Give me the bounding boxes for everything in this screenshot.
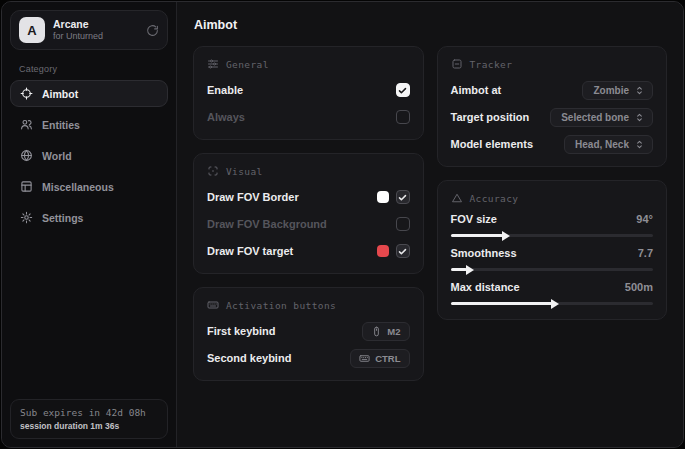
focus-icon — [207, 165, 219, 177]
setting-label: Target position — [451, 111, 530, 123]
card-title: Tracker — [470, 59, 513, 70]
sidebar-item-miscellaneous[interactable]: Miscellaneous — [10, 173, 168, 200]
sidebar-item-label: Aimbot — [42, 88, 78, 100]
setting-label: Second keybind — [207, 352, 291, 364]
fov-target-checkbox[interactable] — [396, 244, 410, 258]
target-position-select[interactable]: Selected bone — [550, 108, 653, 127]
grid-icon — [20, 180, 33, 193]
always-checkbox[interactable] — [396, 110, 410, 124]
main-content: Aimbot General Enable — [177, 2, 683, 447]
setting-label: Model elements — [451, 138, 534, 150]
sidebar-item-label: Entities — [42, 119, 80, 131]
users-icon — [20, 118, 33, 131]
page-title: Aimbot — [194, 18, 667, 32]
setting-label: Max distance — [451, 281, 520, 293]
sidebar-nav: Aimbot Entities World Miscellaneous — [10, 80, 168, 231]
card-title: General — [226, 59, 269, 70]
slider-fill — [451, 268, 467, 271]
card-title: Visual — [226, 166, 263, 177]
slider-row-smoothness: Smoothness 7.7 — [451, 247, 654, 271]
refresh-icon[interactable] — [146, 24, 159, 37]
gear-icon — [20, 211, 33, 224]
sub-expiry-text: Sub expires in 42d 08h — [20, 407, 158, 418]
slider-fill — [451, 302, 552, 305]
brand-logo: A — [19, 17, 45, 43]
check-icon — [398, 86, 407, 95]
brand-card: A Arcane for Unturned — [10, 10, 168, 50]
check-icon — [398, 247, 407, 256]
keybind-value: CTRL — [375, 353, 400, 364]
unfold-icon — [634, 85, 645, 96]
sidebar-item-settings[interactable]: Settings — [10, 204, 168, 231]
subscription-info: Sub expires in 42d 08h session duration … — [10, 399, 168, 439]
sidebar-item-aimbot[interactable]: Aimbot — [10, 80, 168, 107]
color-swatch[interactable] — [377, 191, 389, 203]
slider-row-max-distance: Max distance 500m — [451, 281, 654, 305]
category-label: Category — [19, 64, 168, 74]
setting-row-fov-border: Draw FOV Border — [207, 186, 410, 208]
globe-icon — [20, 149, 33, 162]
card-title: Accuracy — [470, 193, 519, 204]
first-keybind-button[interactable]: M2 — [362, 322, 409, 341]
fov-border-checkbox[interactable] — [396, 190, 410, 204]
tracker-row-aimbot-at: Aimbot at Zombie — [451, 79, 654, 101]
check-icon — [398, 193, 407, 202]
session-duration-text: session duration 1m 36s — [20, 421, 158, 431]
setting-row-always: Always — [207, 106, 410, 128]
brand-subtitle: for Unturned — [53, 31, 138, 42]
setting-label: Smoothness — [451, 247, 517, 259]
keybind-row-first: First keybind M2 — [207, 320, 410, 342]
setting-label: Aimbot at — [451, 84, 502, 96]
sidebar-item-label: Miscellaneous — [42, 181, 114, 193]
slider-value: 500m — [625, 281, 653, 293]
sidebar-item-label: Settings — [42, 212, 83, 224]
max-distance-slider[interactable] — [451, 302, 654, 305]
model-elements-select[interactable]: Head, Neck — [564, 135, 653, 154]
setting-row-fov-target: Draw FOV target — [207, 240, 410, 262]
setting-label: First keybind — [207, 325, 275, 337]
brand-title: Arcane — [53, 18, 138, 31]
app-window: A Arcane for Unturned Category Aimbot — [1, 1, 684, 448]
smoothness-slider[interactable] — [451, 268, 654, 271]
select-value: Zombie — [593, 85, 629, 96]
tracker-card: Tracker Aimbot at Zombie Target position… — [437, 46, 668, 167]
aimbot-at-select[interactable]: Zombie — [582, 81, 653, 100]
fov-background-checkbox[interactable] — [396, 217, 410, 231]
setting-row-fov-background: Draw FOV Background — [207, 213, 410, 235]
mouse-icon — [371, 326, 382, 337]
setting-row-enable: Enable — [207, 79, 410, 101]
right-column: Tracker Aimbot at Zombie Target position… — [437, 46, 668, 320]
setting-label: FOV size — [451, 213, 497, 225]
visual-card: Visual Draw FOV Border Draw FOV Backgrou… — [193, 153, 424, 274]
unfold-icon — [634, 112, 645, 123]
setting-label: Enable — [207, 84, 243, 96]
card-title: Activation buttons — [226, 300, 336, 311]
setting-label: Always — [207, 111, 245, 123]
triangle-icon — [451, 192, 463, 204]
slider-value: 94° — [636, 213, 653, 225]
tracker-row-model-elements: Model elements Head, Neck — [451, 133, 654, 155]
slider-row-fov-size: FOV size 94° — [451, 213, 654, 237]
sidebar: A Arcane for Unturned Category Aimbot — [2, 2, 177, 447]
keyboard-icon — [207, 299, 219, 311]
keybind-row-second: Second keybind CTRL — [207, 347, 410, 369]
sidebar-item-world[interactable]: World — [10, 142, 168, 169]
crosshair-icon — [20, 87, 33, 100]
keyboard-icon — [359, 353, 370, 364]
select-value: Selected bone — [561, 112, 629, 123]
general-card: General Enable Always — [193, 46, 424, 140]
setting-label: Draw FOV target — [207, 245, 293, 257]
setting-label: Draw FOV Background — [207, 218, 327, 230]
square-minus-icon — [451, 58, 463, 70]
slider-fill — [451, 234, 504, 237]
setting-label: Draw FOV Border — [207, 191, 299, 203]
sidebar-item-entities[interactable]: Entities — [10, 111, 168, 138]
second-keybind-button[interactable]: CTRL — [350, 349, 409, 368]
color-swatch[interactable] — [377, 245, 389, 257]
tracker-row-target-position: Target position Selected bone — [451, 106, 654, 128]
sidebar-item-label: World — [42, 150, 72, 162]
activation-card: Activation buttons First keybind M2 Seco… — [193, 287, 424, 381]
select-value: Head, Neck — [575, 139, 629, 150]
fov-size-slider[interactable] — [451, 234, 654, 237]
enable-checkbox[interactable] — [396, 83, 410, 97]
